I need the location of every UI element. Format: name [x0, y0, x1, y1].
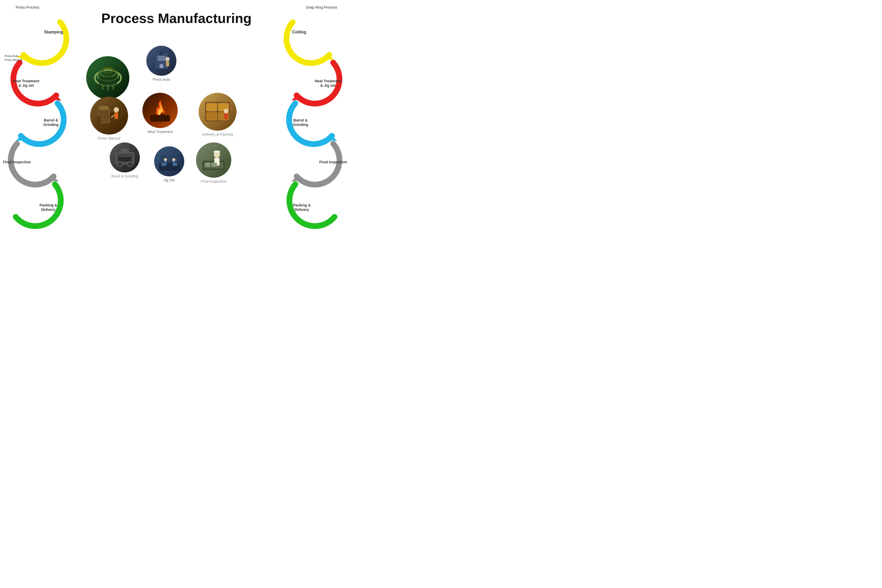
heat-treatment-label: Heat Treatment [142, 130, 178, 134]
svg-rect-76 [212, 163, 217, 167]
jig-set-image-item: Jig Set [154, 146, 184, 182]
svg-text:Packing &: Packing & [39, 203, 57, 207]
svg-text:Grinding: Grinding [293, 123, 308, 127]
press-auto-label: Press Auto [146, 77, 176, 81]
svg-rect-70 [224, 113, 228, 119]
svg-text:& Jig set: & Jig set [18, 83, 34, 87]
svg-point-36 [159, 64, 164, 68]
svg-text:Press Manual: Press Manual [5, 58, 22, 62]
svg-rect-42 [97, 116, 100, 124]
svg-text:Stamping: Stamping [44, 30, 63, 34]
svg-text:Packing &: Packing & [293, 203, 311, 207]
final-inspection-center-label: Final Inspection [196, 179, 231, 183]
delivery-packing-label: Delivery & Packing [199, 132, 237, 136]
svg-point-69 [224, 109, 228, 113]
right-process-arrows: Coiling Heat Treatment & Jig set Barrel … [272, 0, 353, 235]
svg-point-60 [172, 158, 176, 161]
svg-rect-62 [162, 164, 165, 166]
press-auto-image-item: Press Auto [146, 46, 176, 81]
barrel-grinding-label: Barel & Grinding [110, 174, 140, 178]
barrel-grinding-image-item: Barel & Grinding [110, 142, 140, 178]
svg-point-52 [128, 162, 133, 167]
svg-point-38 [165, 57, 170, 61]
svg-rect-63 [173, 164, 177, 166]
svg-rect-54 [119, 156, 131, 157]
svg-rect-75 [205, 163, 210, 167]
press-manual-image-item: Press Manual [90, 97, 128, 140]
svg-point-44 [114, 107, 119, 112]
left-process-arrows: Stamping Heat Treatment & Jig set Barrel… [0, 0, 81, 235]
svg-rect-65 [207, 103, 217, 111]
page-title: Process Manufacturing [101, 10, 251, 26]
svg-rect-35 [158, 56, 165, 61]
svg-text:Delivery: Delivery [41, 207, 56, 212]
svg-rect-53 [121, 148, 129, 153]
svg-text:Final Inspection: Final Inspection [320, 160, 347, 164]
heat-treatment-image-item: Heat Treatment [142, 93, 178, 134]
press-manual-label: Press Manual [90, 136, 128, 140]
svg-point-58 [164, 158, 167, 161]
svg-rect-67 [207, 112, 217, 120]
svg-rect-41 [99, 106, 108, 110]
delivery-packing-image-item: Delivery & Packing [199, 93, 237, 136]
svg-rect-45 [114, 112, 118, 119]
svg-rect-37 [160, 50, 164, 56]
svg-text:Grinding: Grinding [44, 123, 58, 127]
svg-text:& Jig set: & Jig set [320, 83, 336, 87]
jig-set-label: Jig Set [154, 178, 184, 182]
final-inspection-image-item: Final Inspection [196, 142, 231, 183]
svg-text:Delivery: Delivery [295, 207, 309, 212]
svg-text:Final Inspection: Final Inspection [3, 160, 31, 164]
svg-rect-39 [166, 61, 169, 66]
svg-point-51 [117, 162, 122, 167]
svg-text:Heat Treatment: Heat Treatment [315, 79, 341, 83]
svg-text:Press Auto: Press Auto [5, 54, 18, 57]
svg-text:Barrel &: Barrel & [44, 118, 58, 122]
svg-rect-48 [150, 115, 170, 122]
svg-rect-78 [215, 150, 219, 153]
svg-text:Coiling: Coiling [292, 30, 306, 34]
svg-text:Barrel &: Barrel & [294, 118, 308, 122]
svg-text:Heat Treatment: Heat Treatment [13, 79, 39, 83]
